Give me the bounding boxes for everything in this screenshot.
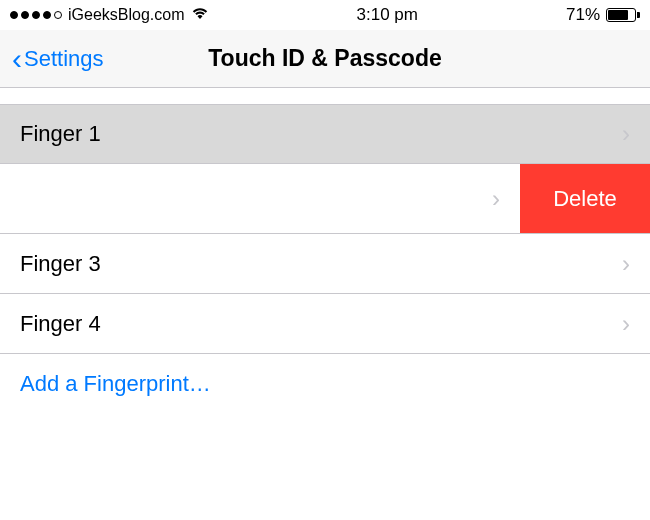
chevron-right-icon: › [622, 120, 630, 148]
delete-label: Delete [553, 186, 617, 212]
carrier-label: iGeeksBlog.com [68, 6, 185, 24]
status-right: 71% [566, 5, 640, 25]
signal-strength-icon [10, 11, 62, 19]
finger-row-2[interactable]: › Delete [0, 164, 650, 234]
finger-row-2-content[interactable]: › [0, 164, 520, 233]
wifi-icon [191, 6, 209, 24]
status-left: iGeeksBlog.com [10, 6, 209, 24]
status-time: 3:10 pm [209, 5, 566, 25]
list-spacer [0, 88, 650, 104]
delete-button[interactable]: Delete [520, 164, 650, 233]
add-fingerprint-label: Add a Fingerprint… [20, 371, 211, 397]
finger-label: Finger 1 [20, 121, 622, 147]
back-button[interactable]: ‹ Settings [12, 44, 104, 74]
chevron-right-icon: › [492, 185, 500, 213]
status-bar: iGeeksBlog.com 3:10 pm 71% [0, 0, 650, 30]
battery-icon [606, 8, 640, 22]
finger-row-1[interactable]: Finger 1 › [0, 104, 650, 164]
battery-percent: 71% [566, 5, 600, 25]
chevron-left-icon: ‹ [12, 44, 22, 74]
nav-bar: ‹ Settings Touch ID & Passcode [0, 30, 650, 88]
chevron-right-icon: › [622, 250, 630, 278]
finger-row-4[interactable]: Finger 4 › [0, 294, 650, 354]
finger-row-3[interactable]: Finger 3 › [0, 234, 650, 294]
finger-label: Finger 3 [20, 251, 622, 277]
add-fingerprint-button[interactable]: Add a Fingerprint… [0, 354, 650, 414]
chevron-right-icon: › [622, 310, 630, 338]
back-label: Settings [24, 46, 104, 72]
finger-label: Finger 4 [20, 311, 622, 337]
